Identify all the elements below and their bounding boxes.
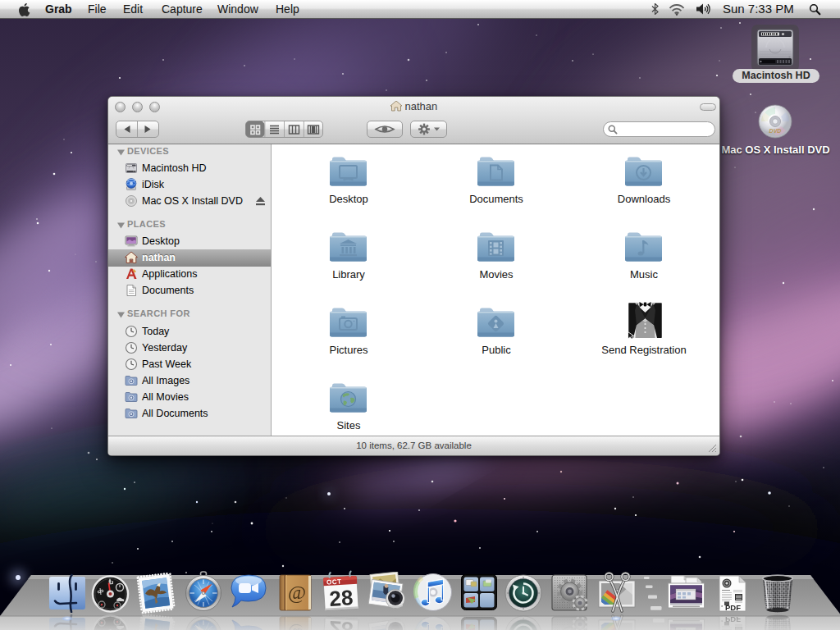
svg-text:OCT: OCT: [326, 578, 342, 586]
svg-text:@: @: [288, 582, 306, 603]
svg-text:PDF: PDF: [725, 603, 741, 612]
svg-text:DVD: DVD: [769, 128, 782, 134]
